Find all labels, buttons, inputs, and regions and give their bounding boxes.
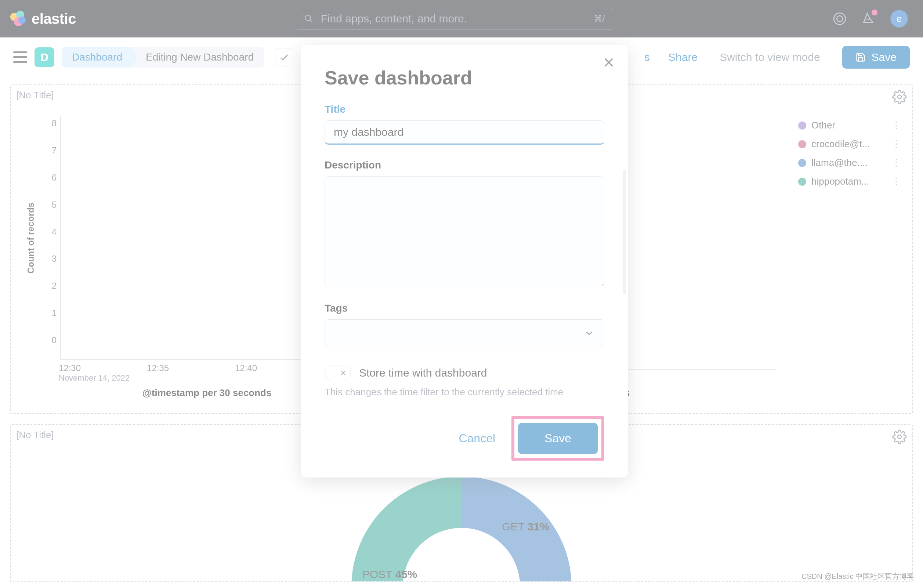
watermark: CSDN @Elastic 中国社区官方博客: [801, 572, 914, 581]
modal-overlay: [0, 0, 923, 588]
